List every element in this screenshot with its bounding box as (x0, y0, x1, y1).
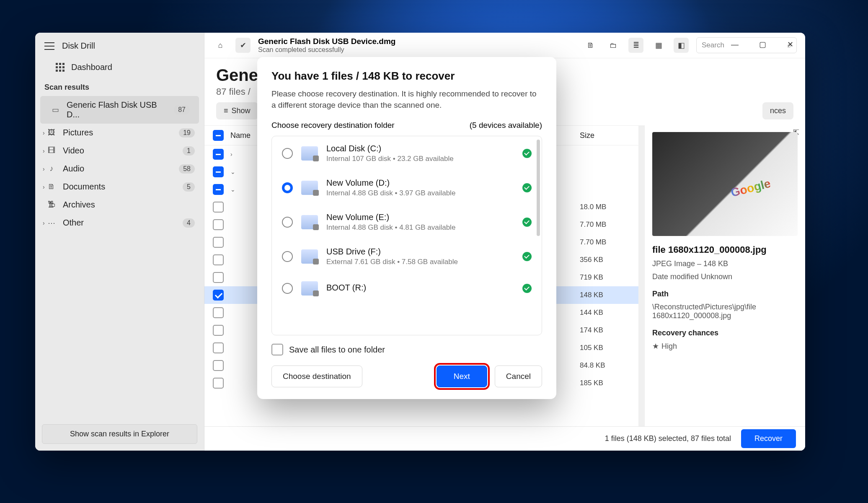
destination-detail: Internal 4.88 GB disk • 3.97 GB availabl… (326, 189, 514, 197)
destination-option[interactable]: Local Disk (C:)Internal 107 GB disk • 23… (272, 136, 542, 171)
save-one-label: Save all files to one folder (289, 345, 385, 355)
modal-overlay: You have 1 files / 148 KB to recover Ple… (0, 0, 868, 503)
destination-option[interactable]: New Volume (D:)Internal 4.88 GB disk • 3… (272, 171, 542, 205)
destination-radio[interactable] (282, 217, 293, 228)
destination-detail: Internal 4.88 GB disk • 4.81 GB availabl… (326, 223, 514, 232)
destination-radio[interactable] (282, 182, 293, 193)
choose-destination-button[interactable]: Choose destination (271, 366, 362, 387)
cancel-button[interactable]: Cancel (495, 366, 542, 387)
status-ok-icon (522, 149, 532, 158)
destination-name: Local Disk (C:) (326, 144, 514, 153)
destination-radio[interactable] (282, 283, 293, 294)
destination-name: New Volume (D:) (326, 178, 514, 188)
destination-name: USB Drive (F:) (326, 247, 514, 257)
modal-title: You have 1 files / 148 KB to recover (271, 70, 542, 83)
destination-name: New Volume (E:) (326, 213, 514, 222)
drive-icon (301, 146, 318, 161)
status-ok-icon (522, 183, 532, 192)
destination-scrollbar[interactable] (537, 140, 540, 236)
destination-name: BOOT (R:) (326, 283, 514, 293)
destination-option[interactable]: BOOT (R:) (272, 274, 542, 303)
recover-destination-modal: You have 1 files / 148 KB to recover Ple… (257, 57, 556, 399)
devices-available: (5 devices available) (470, 121, 542, 130)
drive-icon (301, 281, 318, 296)
highlight-box: Next (437, 366, 487, 387)
destination-detail: Internal 107 GB disk • 23.2 GB available (326, 155, 514, 163)
destination-list: Local Disk (C:)Internal 107 GB disk • 23… (271, 136, 542, 335)
status-ok-icon (522, 218, 532, 227)
status-ok-icon (522, 252, 532, 261)
drive-icon (301, 249, 318, 264)
modal-subtitle: Please choose recovery destination. It i… (271, 88, 542, 111)
save-to-one-folder[interactable]: Save all files to one folder (271, 344, 542, 355)
choose-destination-label: Choose recovery destination folder (271, 121, 395, 130)
save-one-checkbox[interactable] (271, 344, 283, 355)
destination-detail: External 7.61 GB disk • 7.58 GB availabl… (326, 258, 514, 266)
next-button[interactable]: Next (437, 366, 487, 387)
drive-icon (301, 215, 318, 229)
drive-icon (301, 181, 318, 195)
status-ok-icon (522, 284, 532, 293)
destination-option[interactable]: New Volume (E:)Internal 4.88 GB disk • 4… (272, 205, 542, 239)
destination-radio[interactable] (282, 148, 293, 159)
destination-radio[interactable] (282, 251, 293, 262)
destination-option[interactable]: USB Drive (F:)External 7.61 GB disk • 7.… (272, 239, 542, 274)
